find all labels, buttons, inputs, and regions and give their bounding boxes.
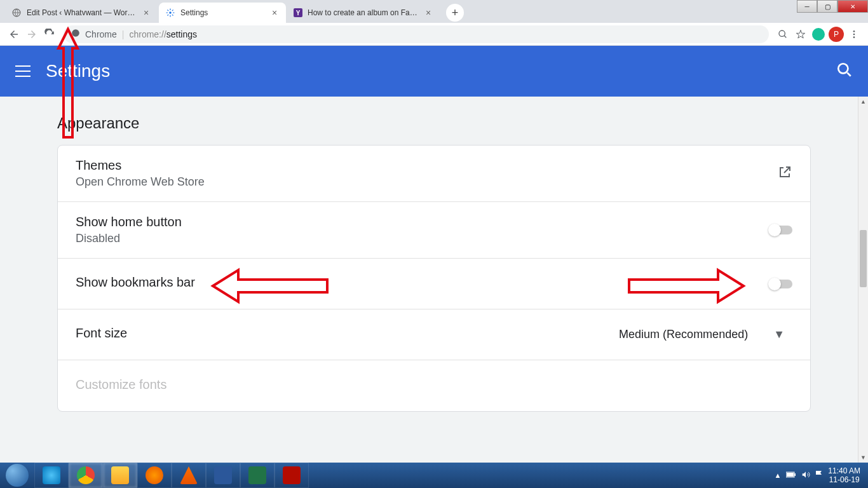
window-close-button[interactable]: ✕: [837, 0, 868, 13]
row-customize-fonts[interactable]: Customize fonts: [58, 360, 810, 411]
row-title: Show home button: [76, 215, 770, 229]
back-button[interactable]: [5, 25, 23, 43]
tab-facebook-album[interactable]: Y How to create an album on Face… ×: [287, 3, 440, 23]
scrollbar[interactable]: ▲ ▼: [858, 97, 868, 463]
address-bar[interactable]: Chrome | chrome://settings: [64, 25, 769, 43]
taskbar-ie[interactable]: [34, 463, 69, 488]
row-subtitle: Open Chrome Web Store: [76, 175, 777, 189]
section-appearance-title: Appearance: [0, 97, 868, 145]
tab-label: How to create an album on Face…: [308, 8, 421, 17]
svg-point-1: [169, 11, 172, 14]
taskbar-vlc[interactable]: [172, 463, 206, 488]
system-tray: ▲ 11:40 AM 11-06-19: [771, 466, 868, 485]
scrollbar-thumb[interactable]: [860, 230, 867, 287]
menu-dots-icon[interactable]: [845, 25, 863, 43]
scroll-down-arrow[interactable]: ▼: [858, 452, 868, 463]
svg-point-7: [838, 64, 848, 73]
svg-point-3: [779, 30, 785, 36]
taskbar-media-player[interactable]: [137, 463, 172, 488]
omnibox-url: settings: [166, 29, 197, 39]
svg-point-4: [853, 30, 855, 32]
taskbar: ▲ 11:40 AM 11-06-19: [0, 463, 868, 488]
tab-settings[interactable]: Settings ×: [159, 3, 286, 23]
battery-icon[interactable]: [786, 471, 796, 479]
home-button-toggle[interactable]: [770, 226, 792, 234]
svg-rect-9: [794, 473, 796, 476]
flag-icon[interactable]: [815, 470, 823, 480]
row-font-size: Font size Medium (Recommended) ▼: [58, 309, 810, 360]
window-minimize-button[interactable]: ─: [797, 0, 817, 13]
dropdown-value: Medium (Recommended): [619, 328, 748, 341]
settings-search-button[interactable]: [836, 62, 853, 81]
scroll-up-arrow[interactable]: ▲: [858, 97, 868, 107]
font-size-dropdown[interactable]: Medium (Recommended) ▼: [611, 323, 792, 346]
taskbar-clock[interactable]: 11:40 AM 11-06-19: [828, 466, 860, 485]
annotation-arrow-left: [207, 264, 334, 311]
profile-avatar[interactable]: P: [827, 25, 845, 43]
forward-button[interactable]: [23, 25, 41, 43]
row-title: Font size: [76, 326, 611, 341]
row-show-home-button: Show home button Disabled: [58, 202, 810, 259]
bookmark-star-icon[interactable]: [792, 25, 810, 43]
window-maximize-button[interactable]: ▢: [817, 0, 837, 13]
tab-edit-post[interactable]: Edit Post ‹ Whatvwant — WordP… ×: [5, 3, 158, 23]
browser-toolbar: Chrome | chrome://settings P: [0, 23, 868, 46]
omnibox-separator: |: [122, 29, 125, 39]
new-tab-button[interactable]: +: [446, 4, 464, 22]
svg-point-5: [853, 33, 855, 35]
volume-icon[interactable]: [801, 470, 810, 480]
zoom-icon[interactable]: [774, 25, 792, 43]
chevron-down-icon: ▼: [773, 328, 785, 341]
taskbar-word[interactable]: [206, 463, 240, 488]
tab-close-icon[interactable]: ×: [423, 8, 433, 18]
row-themes[interactable]: Themes Open Chrome Web Store: [58, 146, 810, 202]
tab-label: Settings: [180, 8, 267, 17]
tab-close-icon[interactable]: ×: [141, 8, 151, 18]
tray-up-icon[interactable]: ▲: [774, 471, 781, 479]
yoast-icon: Y: [294, 8, 302, 17]
annotation-arrow-up: [52, 23, 84, 146]
tab-strip: Edit Post ‹ Whatvwant — WordP… × Setting…: [0, 0, 868, 23]
hamburger-menu-button[interactable]: [15, 65, 31, 77]
row-subtitle: Disabled: [76, 232, 770, 245]
gear-icon: [165, 8, 175, 18]
bookmarks-bar-toggle[interactable]: [770, 280, 792, 288]
tab-close-icon[interactable]: ×: [269, 8, 280, 18]
tab-label: Edit Post ‹ Whatvwant — WordP…: [27, 8, 139, 17]
taskbar-explorer[interactable]: [103, 463, 137, 488]
external-link-icon: [777, 165, 792, 182]
row-title: Themes: [76, 158, 777, 173]
taskbar-chrome[interactable]: [69, 463, 103, 488]
taskbar-acrobat[interactable]: [275, 463, 309, 488]
globe-icon: [11, 8, 22, 18]
svg-rect-10: [787, 473, 794, 477]
start-button[interactable]: [0, 463, 34, 488]
svg-point-6: [853, 36, 855, 38]
taskbar-excel[interactable]: [240, 463, 275, 488]
annotation-arrow-right: [623, 264, 750, 311]
omnibox-scheme: Chrome: [85, 29, 117, 39]
settings-header: Settings: [0, 46, 868, 97]
row-title: Customize fonts: [76, 377, 792, 392]
grammarly-extension-icon[interactable]: [810, 25, 827, 43]
